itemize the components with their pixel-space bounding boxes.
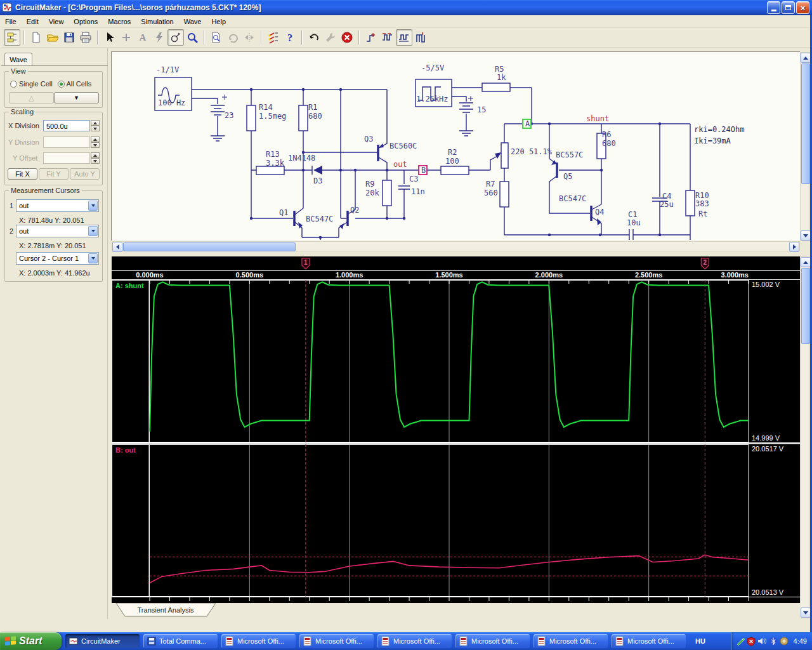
waveform-panel[interactable]: 0.000ms0.500ms1.000ms1.500ms2.000ms2.500…: [112, 256, 801, 603]
menu-simulation[interactable]: Simulation: [136, 17, 178, 27]
h-scroll-thumb[interactable]: [123, 242, 296, 251]
y-division-spinner[interactable]: [91, 136, 100, 148]
schematic-label: 10u: [627, 218, 641, 227]
zoom-tool-button[interactable]: [184, 29, 200, 46]
print-button[interactable]: [77, 29, 94, 46]
tablet-pen-icon[interactable]: [735, 636, 745, 646]
schematic-label: 100 Hz: [158, 98, 185, 107]
volume-icon[interactable]: [757, 636, 767, 646]
dropdown-arrow-icon[interactable]: [88, 253, 98, 263]
menu-macros[interactable]: Macros: [103, 17, 136, 27]
schematic-canvas[interactable]: -1/1V100 Hz23R141.5megR1680R133.3k1N4148…: [111, 51, 800, 241]
toolbar-separator: [23, 30, 25, 44]
taskbar-button-total-comma-[interactable]: Total Comma...: [143, 634, 218, 648]
schematic-h-scrollbar[interactable]: [112, 241, 800, 251]
security-shield-icon[interactable]: [746, 636, 756, 646]
x-division-spinner[interactable]: [91, 120, 100, 131]
bluetooth-icon[interactable]: [768, 636, 778, 646]
auto-y-button[interactable]: Auto Y: [70, 168, 100, 180]
component-browser-button[interactable]: [4, 29, 20, 46]
x-division-input[interactable]: [43, 120, 90, 131]
taskbar-button-microsoft-offi-[interactable]: Microsoft Offi...: [534, 634, 608, 648]
analysis-tab-strip: Transient Analysis: [112, 603, 801, 619]
text-tool-button[interactable]: A: [134, 29, 151, 46]
schematic-label: 1N4148: [288, 154, 315, 162]
single-cell-radio[interactable]: [10, 81, 17, 88]
scroll-left-button[interactable]: [112, 242, 122, 252]
schematic-label: R5: [495, 65, 504, 74]
run-waveforms-button[interactable]: [379, 29, 396, 46]
schematic-label: 220 51.1%: [511, 147, 553, 156]
updates-icon[interactable]: [779, 636, 789, 646]
scroll-down-button[interactable]: [801, 607, 811, 618]
scroll-up-button[interactable]: [801, 53, 811, 63]
y-division-input[interactable]: [43, 136, 90, 148]
mirror-button[interactable]: [241, 29, 258, 46]
taskbar-button-microsoft-offi-[interactable]: Microsoft Offi...: [455, 634, 530, 648]
menu-edit[interactable]: Edit: [22, 17, 44, 27]
waveforms-window-button[interactable]: [396, 29, 412, 46]
tab-transient-analysis[interactable]: Transient Analysis: [138, 606, 194, 614]
tab-wave[interactable]: Wave: [4, 53, 32, 66]
cursor1-signal-select[interactable]: out: [16, 199, 99, 212]
stop-simulation-button[interactable]: [339, 29, 355, 46]
dropdown-arrow-icon[interactable]: [88, 226, 98, 236]
fit-x-button[interactable]: Fit X: [8, 168, 37, 180]
cursor-flag-number: 1: [304, 259, 308, 266]
scroll-down-button[interactable]: [801, 230, 811, 241]
start-button[interactable]: Start: [0, 632, 62, 650]
title-bar: CircuitMaker - [C:\Program Files\...\sor…: [0, 0, 812, 15]
toolbar-separator: [261, 30, 262, 44]
probe-tool-button[interactable]: [167, 29, 184, 46]
help-button[interactable]: ?: [282, 29, 298, 46]
task-icon: [459, 636, 469, 646]
dropdown-arrow-icon[interactable]: [88, 201, 98, 211]
close-button[interactable]: ×: [796, 1, 809, 14]
v-scroll-thumb[interactable]: [801, 268, 810, 344]
select-tool-button[interactable]: [102, 29, 118, 46]
wire-tool-button[interactable]: [118, 29, 134, 46]
fit-y-button[interactable]: Fit Y: [39, 168, 69, 180]
reset-simulation-button[interactable]: [306, 29, 322, 46]
menu-options[interactable]: Options: [69, 17, 103, 27]
menu-view[interactable]: View: [44, 17, 69, 27]
scroll-right-button[interactable]: [789, 242, 799, 252]
y-offset-spinner[interactable]: [91, 152, 100, 164]
taskbar-button-circuitmaker[interactable]: CircuitMaker: [65, 634, 140, 648]
tools-button[interactable]: [322, 29, 339, 46]
scroll-up-button[interactable]: [801, 257, 811, 267]
rotate-button[interactable]: [225, 29, 241, 46]
language-indicator[interactable]: HU: [691, 635, 710, 647]
taskbar-button-microsoft-offi-[interactable]: Microsoft Offi...: [612, 634, 686, 648]
schematic-label: R14: [259, 103, 273, 112]
waveform-v-scrollbar[interactable]: [800, 256, 810, 618]
minimize-button[interactable]: [767, 1, 780, 14]
cursor2-signal-select[interactable]: out: [16, 225, 99, 237]
y-offset-input[interactable]: [43, 152, 90, 164]
stop-simulation-icon: [341, 31, 353, 44]
taskbar-button-microsoft-offi-[interactable]: Microsoft Offi...: [221, 634, 296, 648]
step-display-button[interactable]: [363, 29, 379, 46]
restore-button[interactable]: [782, 1, 795, 14]
cursor-delta-select[interactable]: Cursor 2 - Cursor 1: [16, 252, 99, 265]
save-button[interactable]: [61, 29, 77, 46]
clock[interactable]: 4:49: [794, 637, 807, 645]
digital-switch-button[interactable]: [265, 29, 282, 46]
delete-tool-button[interactable]: [151, 29, 167, 46]
schematic-v-scrollbar[interactable]: [800, 52, 810, 241]
taskbar-button-microsoft-offi-[interactable]: Microsoft Offi...: [377, 634, 452, 648]
taskbar-button-microsoft-offi-[interactable]: Microsoft Offi...: [299, 634, 374, 648]
menu-help[interactable]: Help: [206, 17, 231, 27]
open-file-button[interactable]: [44, 29, 61, 46]
cursor-delta-readout: X: 2.0003m Y: 41.962u: [19, 269, 90, 277]
menu-wave[interactable]: Wave: [179, 17, 207, 27]
cell-down-button[interactable]: ▼: [54, 92, 99, 103]
v-scroll-thumb[interactable]: [801, 63, 810, 184]
menu-file[interactable]: File: [0, 17, 22, 27]
zoom-area-button[interactable]: [208, 29, 225, 46]
time-axis-label: 2.500ms: [635, 271, 662, 279]
new-file-button[interactable]: [28, 29, 44, 46]
all-cells-radio[interactable]: [58, 81, 65, 88]
digital-display-button[interactable]: [412, 29, 429, 46]
cell-up-button[interactable]: △: [9, 92, 54, 103]
